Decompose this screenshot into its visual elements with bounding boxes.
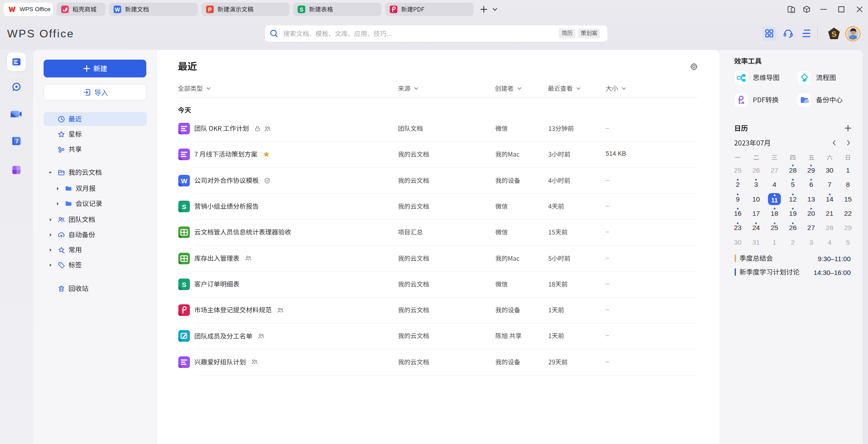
svg-text:S: S bbox=[300, 7, 303, 13]
svg-text:P: P bbox=[208, 7, 212, 13]
svg-text:S: S bbox=[182, 202, 186, 210]
svg-text:W: W bbox=[181, 177, 188, 184]
svg-text:7: 7 bbox=[16, 138, 19, 145]
svg-text:W: W bbox=[115, 7, 120, 13]
svg-text:S: S bbox=[182, 280, 186, 288]
